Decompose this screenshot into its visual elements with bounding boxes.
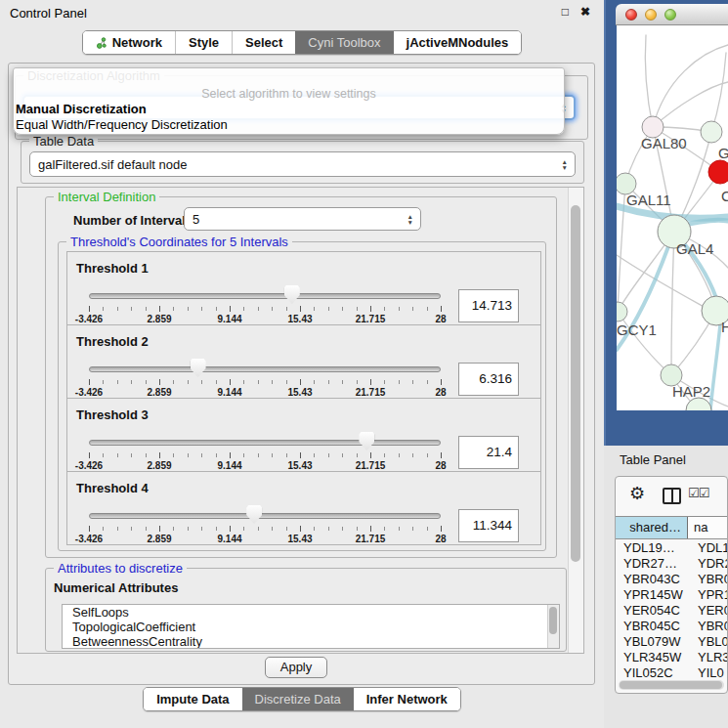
- close-traffic-light-icon[interactable]: [625, 9, 637, 21]
- slider-tick: [384, 307, 385, 311]
- attributes-group: Attributes to discretize Numerical Attri…: [45, 568, 567, 652]
- tab-jactivemnodules[interactable]: jActiveMNodules: [394, 31, 522, 54]
- scale-label: 9.144: [217, 460, 241, 471]
- slider-tick: [342, 527, 343, 531]
- table-row[interactable]: YBL079WYBL0: [616, 634, 727, 650]
- table-row[interactable]: YLR345WYLR3: [616, 650, 727, 665]
- tab-infer-network[interactable]: Infer Network: [354, 688, 460, 710]
- network-node-gcy1[interactable]: [617, 302, 627, 321]
- vertical-scrollbar[interactable]: [568, 188, 583, 653]
- gear-icon[interactable]: ⚙: [629, 483, 645, 504]
- table-row[interactable]: YPR145WYPR1: [616, 587, 727, 603]
- slider-thumb[interactable]: [246, 505, 262, 524]
- slider-tick: [370, 379, 371, 385]
- threshold-slider[interactable]: -3.4262.8599.14415.4321.71528: [89, 432, 441, 471]
- scrollbar-thumb[interactable]: [571, 205, 580, 562]
- slider-tick: [300, 379, 301, 385]
- tab-label: Impute Data: [156, 692, 229, 707]
- tab-select[interactable]: Select: [232, 31, 295, 54]
- number-of-intervals-combobox[interactable]: 5 ▲ ▼: [184, 207, 421, 231]
- numerical-attributes-label: Numerical Attributes: [54, 580, 178, 595]
- number-of-intervals-value: 5: [193, 212, 199, 227]
- table-row[interactable]: YIL052CYIL0: [616, 665, 727, 678]
- table-row[interactable]: YDL19…YDL1: [616, 540, 727, 556]
- table-body: YDL19…YDL1YDR27…YDR2YBR043CYBR0YPR145WYP…: [616, 540, 727, 678]
- threshold-value-field[interactable]: 6.316: [458, 363, 519, 396]
- close-icon[interactable]: ✖: [580, 5, 590, 19]
- tab-style[interactable]: Style: [175, 31, 232, 54]
- attributes-list-scrollbar[interactable]: [547, 605, 559, 648]
- select-columns-icon[interactable]: ☑☑: [688, 486, 708, 500]
- float-window-icon[interactable]: □: [562, 5, 569, 19]
- network-edge[interactable]: [653, 82, 728, 127]
- slider-tick: [258, 527, 259, 531]
- network-node-red[interactable]: [708, 160, 728, 184]
- network-node-ga[interactable]: [701, 121, 722, 143]
- slider-ticks: [89, 306, 441, 313]
- split-view-icon[interactable]: [663, 488, 681, 504]
- network-edge[interactable]: [671, 232, 674, 375]
- attribute-list-item[interactable]: BetweennessCentrality: [63, 634, 559, 649]
- table-data-value: galFiltered.sif default node: [38, 157, 187, 172]
- zoom-traffic-light-icon[interactable]: [664, 9, 676, 21]
- threshold-slider[interactable]: -3.4262.8599.14415.4321.71528: [89, 285, 441, 324]
- network-edge[interactable]: [711, 53, 726, 132]
- table-row[interactable]: YBR045CYBR0: [616, 619, 727, 634]
- column-header-shared[interactable]: shared…: [616, 517, 688, 538]
- table-data-combobox[interactable]: galFiltered.sif default node ▲ ▼: [29, 151, 576, 177]
- scrollbar-thumb[interactable]: [549, 607, 557, 634]
- slider-thumb[interactable]: [284, 285, 300, 304]
- spinner-down-icon: ▼: [562, 164, 568, 170]
- slider-tick: [286, 527, 287, 531]
- table-row[interactable]: YBR043CYBR0: [616, 572, 727, 587]
- dropdown-option-manual-discretization[interactable]: Manual Discretization: [14, 102, 564, 117]
- threshold-slider[interactable]: -3.4262.8599.14415.4321.71528: [89, 359, 441, 398]
- scale-label: 15.43: [287, 534, 312, 544]
- table-panel-title: Table Panel: [620, 452, 686, 467]
- tab-cyni-toolbox[interactable]: Cyni Toolbox: [295, 31, 393, 54]
- apply-button[interactable]: Apply: [265, 657, 327, 678]
- network-view-canvas[interactable]: GAL80GACGAL11GAL4GCY1HHAP2: [617, 25, 728, 410]
- tab-network[interactable]: Network: [83, 31, 175, 54]
- tab-impute-data[interactable]: Impute Data: [144, 688, 241, 710]
- dropdown-option-equal-width-frequency-discretization[interactable]: Equal Width/Frequency Discretization: [14, 117, 564, 133]
- scrollbar-thumb[interactable]: [620, 681, 722, 689]
- slider-tick: [328, 527, 329, 531]
- numerical-attributes-list[interactable]: SelfLoopsTopologicalCoefficientBetweenne…: [62, 604, 560, 649]
- attribute-list-item[interactable]: SelfLoops: [63, 605, 559, 620]
- threshold-value-field[interactable]: 21.4: [458, 436, 519, 469]
- table-row[interactable]: YDR27…YDR2: [616, 556, 727, 572]
- network-edge[interactable]: [645, 35, 653, 127]
- slider-tick: [328, 453, 329, 457]
- slider-tick: [384, 380, 385, 384]
- threshold-slider[interactable]: -3.4262.8599.14415.4321.71528: [89, 505, 441, 544]
- top-tab-bar: NetworkStyleSelectCyni ToolboxjActiveMNo…: [0, 30, 604, 56]
- network-edge[interactable]: [710, 315, 721, 410]
- node-label: GAL4: [676, 240, 713, 257]
- slider-tick: [173, 380, 174, 384]
- table-cell: YBL079W: [616, 634, 688, 650]
- slider-thumb[interactable]: [359, 432, 374, 450]
- slider-tick: [314, 380, 315, 384]
- algorithm-dropdown-popup: Select algorithm to view settings Manual…: [13, 67, 565, 135]
- tab-discretize-data[interactable]: Discretize Data: [242, 688, 354, 710]
- slider-tick: [243, 380, 244, 384]
- dropdown-placeholder: Select algorithm to view settings: [14, 87, 564, 102]
- minimize-traffic-light-icon[interactable]: [645, 9, 657, 21]
- threshold-value-field[interactable]: 11.344: [458, 509, 519, 542]
- threshold-value-field[interactable]: 14.713: [458, 289, 519, 322]
- slider-tick: [146, 380, 147, 384]
- slider-tick: [286, 453, 287, 457]
- attribute-list-item[interactable]: TopologicalCoefficient: [63, 620, 559, 634]
- horizontal-scrollbar[interactable]: [619, 680, 724, 690]
- table-row[interactable]: YER054CYER0: [616, 603, 727, 619]
- slider-tick: [314, 307, 315, 311]
- network-edge[interactable]: [618, 184, 625, 312]
- slider-tick: [328, 307, 329, 311]
- slider-thumb[interactable]: [191, 359, 206, 377]
- slider-tick: [216, 527, 217, 531]
- slider-tick: [314, 453, 315, 457]
- scale-label: -3.426: [75, 314, 103, 324]
- slider-tick: [342, 453, 343, 457]
- column-header-name[interactable]: na: [688, 517, 727, 538]
